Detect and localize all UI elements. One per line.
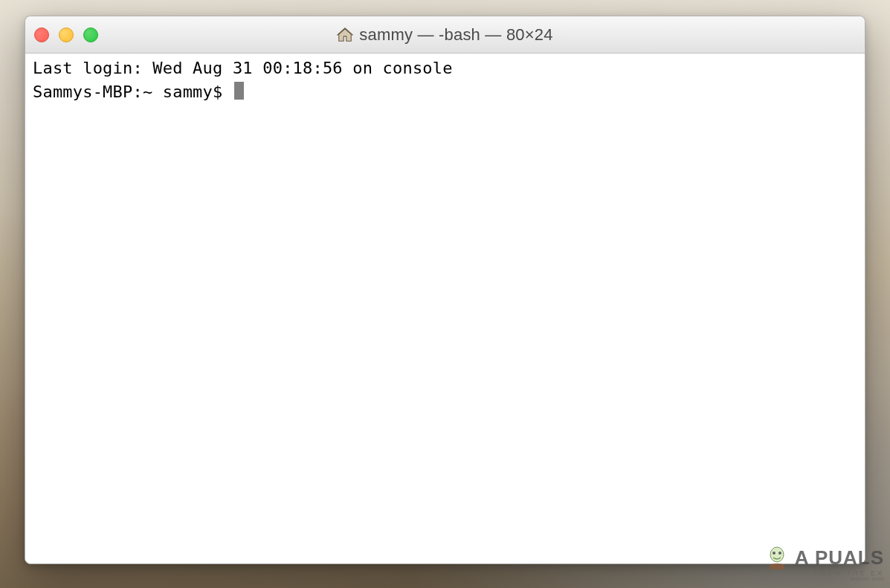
prompt-line: Sammys-MBP:~ sammy$ <box>33 80 857 103</box>
home-icon <box>337 27 353 43</box>
minimize-button[interactable] <box>59 28 74 42</box>
terminal-window: sammy — -bash — 80×24 Last login: Wed Au… <box>25 16 865 564</box>
terminal-content[interactable]: Last login: Wed Aug 31 00:18:56 on conso… <box>25 54 865 563</box>
window-title-container: sammy — -bash — 80×24 <box>25 25 865 45</box>
watermark: A PUALS FROM THE EX wsxdn.com <box>764 544 884 582</box>
svg-point-1 <box>773 552 775 555</box>
watermark-icon <box>764 544 790 571</box>
traffic-lights <box>34 28 98 42</box>
shell-prompt: Sammys-MBP:~ sammy$ <box>33 82 233 103</box>
watermark-brand: A PUALS <box>795 546 884 569</box>
cursor <box>234 82 244 100</box>
svg-point-2 <box>778 552 781 555</box>
maximize-button[interactable] <box>83 28 98 42</box>
last-login-line: Last login: Wed Aug 31 00:18:56 on conso… <box>33 58 857 80</box>
window-titlebar[interactable]: sammy — -bash — 80×24 <box>25 16 865 54</box>
svg-point-0 <box>770 547 784 562</box>
close-button[interactable] <box>34 28 49 42</box>
window-title: sammy — -bash — 80×24 <box>359 25 552 45</box>
